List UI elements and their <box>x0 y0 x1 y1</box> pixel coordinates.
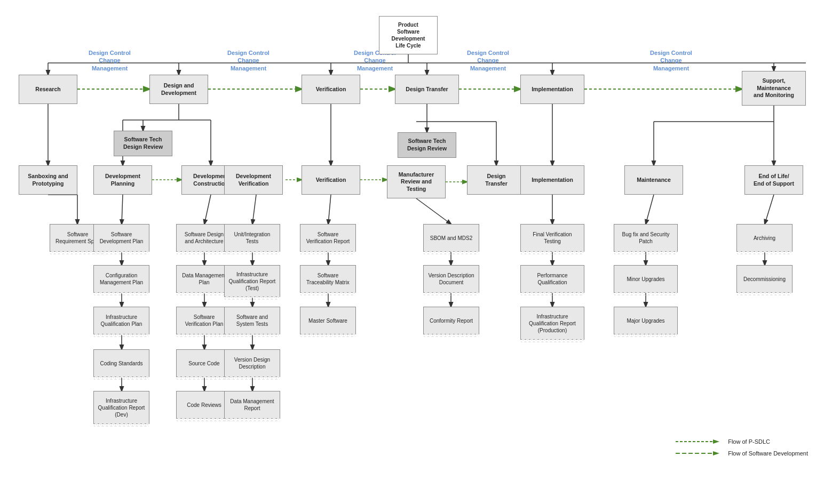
doc-decommissioning[interactable]: Decommissioning <box>736 265 793 293</box>
svg-marker-68 <box>713 451 719 455</box>
doc-sw-system-tests[interactable]: Software andSystem Tests <box>224 307 280 334</box>
doc-master-software[interactable]: Master Software <box>300 307 356 334</box>
sub-eol[interactable]: End of Life/End of Support <box>744 165 803 195</box>
svg-marker-66 <box>713 439 719 444</box>
doc-bug-fix[interactable]: Bug fix and SecurityPatch <box>614 224 678 252</box>
phase-design-transfer[interactable]: Design Transfer <box>395 75 459 104</box>
sub-design-transfer[interactable]: DesignTransfer <box>467 165 526 195</box>
sub-sandboxing[interactable]: Sanboxing andPrototyping <box>19 165 77 195</box>
svg-line-46 <box>252 195 256 224</box>
doc-version-desc-doc[interactable]: Version DescriptionDocument <box>423 265 479 293</box>
phase-implementation[interactable]: Implementation <box>520 75 584 104</box>
dc-label-4: Design ControlChangeManagement <box>457 49 519 72</box>
doc-version-design-desc[interactable]: Version DesignDescription <box>224 349 280 377</box>
sub-implementation[interactable]: Implementation <box>520 165 584 195</box>
legend-psdlc-label: Flow of P-SDLC <box>728 438 770 445</box>
product-lifecycle-box: ProductSoftwareDevelopmentLife Cycle <box>379 16 438 54</box>
dc-label-5: Design ControlChangeManagement <box>640 49 702 72</box>
doc-archiving[interactable]: Archiving <box>736 224 793 252</box>
svg-line-54 <box>416 198 451 224</box>
svg-line-63 <box>765 195 774 224</box>
legend-psdlc: Flow of P-SDLC <box>676 438 808 445</box>
sub-sw-tech-dr2[interactable]: Software TechDesign Review <box>398 132 456 158</box>
doc-conformity-report[interactable]: Conformity Report <box>423 307 479 334</box>
doc-iqr-dev[interactable]: InfrastructureQualification Report(Dev) <box>93 391 149 424</box>
sub-dev-planning[interactable]: DevelopmentPlanning <box>93 165 152 195</box>
doc-sw-dev-plan[interactable]: SoftwareDevelopment Plan <box>93 224 149 252</box>
doc-sw-traceability[interactable]: SoftwareTraceability Matrix <box>300 265 356 293</box>
diagram-container: Design ControlChangeManagement Design Co… <box>0 0 840 504</box>
doc-perf-qual[interactable]: PerformanceQualification <box>520 265 584 293</box>
doc-iqr-production[interactable]: InfrastructureQualification Report(Produ… <box>520 307 584 340</box>
phase-verification[interactable]: Verification <box>302 75 360 104</box>
doc-unit-integ-tests[interactable]: Unit/IntegrationTests <box>224 224 280 252</box>
legend-sw-dev-label: Flow of Software Development <box>728 450 808 457</box>
doc-sw-verif-report[interactable]: SoftwareVerification Report <box>300 224 356 252</box>
sub-sw-tech-dr1[interactable]: Software TechDesign Review <box>114 131 172 156</box>
legend: Flow of P-SDLC Flow of Software Developm… <box>676 438 808 461</box>
dc-label-1: Design ControlChangeManagement <box>79 49 140 72</box>
sub-maintenance[interactable]: Maintenance <box>624 165 683 195</box>
doc-major-upgrades[interactable]: Major Upgrades <box>614 307 678 334</box>
doc-sbom-mds2[interactable]: SBOM and MDS2 <box>423 224 479 252</box>
phase-design-dev[interactable]: Design andDevelopment <box>149 75 208 104</box>
doc-iq-plan[interactable]: InfrastructureQualification Plan <box>93 307 149 334</box>
phase-research[interactable]: Research <box>19 75 77 104</box>
sub-mfr-review[interactable]: ManufacturerReview andTesting <box>387 165 446 198</box>
doc-final-verif-testing[interactable]: Final VerificationTesting <box>520 224 584 252</box>
svg-line-60 <box>646 195 654 224</box>
doc-config-mgmt-plan[interactable]: ConfigurationManagement Plan <box>93 265 149 293</box>
doc-minor-upgrades[interactable]: Minor Upgrades <box>614 265 678 293</box>
doc-iqr-test[interactable]: InfrastructureQualification Report(Test) <box>224 265 280 297</box>
doc-coding-standards[interactable]: Coding Standards <box>93 349 149 377</box>
dc-label-2: Design ControlChangeManagement <box>218 49 279 72</box>
sub-verification[interactable]: Verification <box>302 165 360 195</box>
doc-data-mgmt-report[interactable]: Data ManagementReport <box>224 391 280 419</box>
phase-support[interactable]: Support,Maintenanceand Monitoring <box>742 71 806 106</box>
sub-dev-verification[interactable]: DevelopmentVerification <box>224 165 283 195</box>
legend-sw-dev: Flow of Software Development <box>676 450 808 457</box>
svg-line-36 <box>122 195 123 224</box>
svg-line-41 <box>204 195 211 224</box>
svg-line-51 <box>328 195 331 224</box>
